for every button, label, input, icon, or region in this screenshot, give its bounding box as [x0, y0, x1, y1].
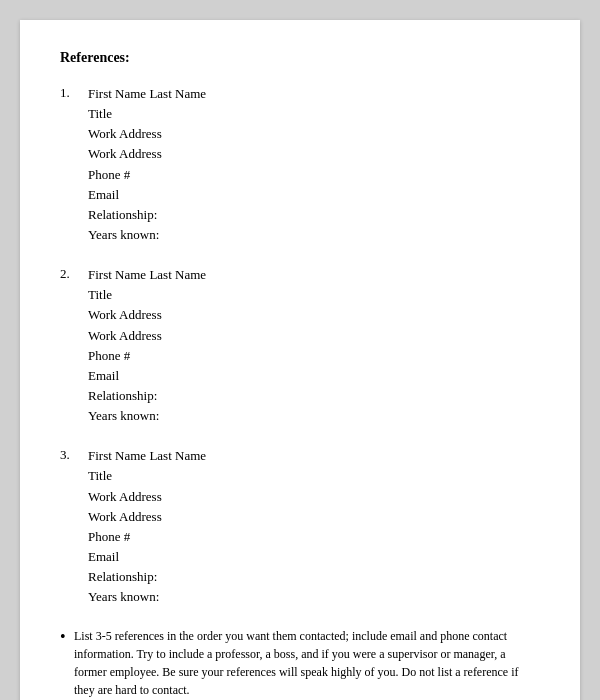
ref-phone-2: Phone # [88, 346, 206, 366]
ref-address2-3: Work Address [88, 507, 206, 527]
ref-number-3: 3. [60, 446, 88, 607]
reference-item-3: 3. First Name Last Name Title Work Addre… [60, 446, 540, 607]
note-item-1: • List 3-5 references in the order you w… [60, 627, 540, 699]
reference-item-2: 2. First Name Last Name Title Work Addre… [60, 265, 540, 426]
bullet-icon-1: • [60, 627, 74, 646]
ref-relationship-1: Relationship: [88, 205, 206, 225]
ref-years-1: Years known: [88, 225, 206, 245]
ref-address1-1: Work Address [88, 124, 206, 144]
ref-number-1: 1. [60, 84, 88, 245]
ref-details-2: First Name Last Name Title Work Address … [88, 265, 206, 426]
ref-title-2: Title [88, 285, 206, 305]
ref-details-3: First Name Last Name Title Work Address … [88, 446, 206, 607]
ref-address2-2: Work Address [88, 326, 206, 346]
ref-years-2: Years known: [88, 406, 206, 426]
ref-name-1: First Name Last Name [88, 84, 206, 104]
ref-relationship-2: Relationship: [88, 386, 206, 406]
page: References: 1. First Name Last Name Titl… [20, 20, 580, 700]
ref-details-1: First Name Last Name Title Work Address … [88, 84, 206, 245]
ref-title-3: Title [88, 466, 206, 486]
references-list: 1. First Name Last Name Title Work Addre… [60, 84, 540, 607]
reference-item-1: 1. First Name Last Name Title Work Addre… [60, 84, 540, 245]
notes-list: • List 3-5 references in the order you w… [60, 627, 540, 700]
ref-name-2: First Name Last Name [88, 265, 206, 285]
ref-number-2: 2. [60, 265, 88, 426]
ref-address1-2: Work Address [88, 305, 206, 325]
ref-email-2: Email [88, 366, 206, 386]
ref-phone-3: Phone # [88, 527, 206, 547]
ref-relationship-3: Relationship: [88, 567, 206, 587]
ref-address1-3: Work Address [88, 487, 206, 507]
ref-phone-1: Phone # [88, 165, 206, 185]
note-text-1: List 3-5 references in the order you wan… [74, 627, 540, 699]
ref-address2-1: Work Address [88, 144, 206, 164]
ref-years-3: Years known: [88, 587, 206, 607]
ref-email-3: Email [88, 547, 206, 567]
page-title: References: [60, 50, 540, 66]
ref-name-3: First Name Last Name [88, 446, 206, 466]
ref-email-1: Email [88, 185, 206, 205]
ref-title-1: Title [88, 104, 206, 124]
